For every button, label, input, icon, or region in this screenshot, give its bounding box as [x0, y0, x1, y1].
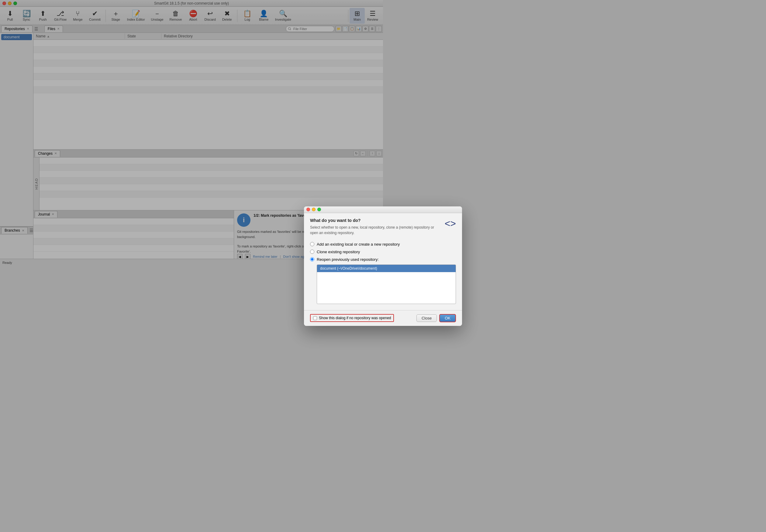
- modal-header: What do you want to do? Select whether t…: [310, 218, 383, 236]
- modal-header-text: What do you want to do? Select whether t…: [310, 218, 383, 236]
- option2-radio-input[interactable]: [310, 250, 314, 254]
- modal-dialog: What do you want to do? Select whether t…: [304, 206, 383, 266]
- modal-title: What do you want to do?: [310, 218, 383, 223]
- modal-subtitle: Select whether to open a new, local repo…: [310, 225, 383, 236]
- option1-label: Add an existing local or create a new re…: [317, 242, 383, 247]
- option3-label: Reopen previously used repository:: [317, 257, 379, 262]
- modal-max-btn[interactable]: [317, 208, 321, 211]
- modal-min-btn[interactable]: [312, 208, 316, 211]
- repo-list: document (~\/OneDrive\/document): [317, 264, 383, 266]
- option2-label: Clone existing repository: [317, 250, 360, 254]
- option3-radio[interactable]: Reopen previously used repository:: [310, 256, 383, 263]
- modal-body: What do you want to do? Select whether t…: [304, 213, 383, 266]
- option1-radio-input[interactable]: [310, 242, 314, 246]
- option2-radio[interactable]: Clone existing repository: [310, 248, 383, 256]
- option3-radio-input[interactable]: [310, 257, 314, 261]
- repo-list-item[interactable]: document (~\/OneDrive\/document): [317, 265, 383, 266]
- modal-titlebar-buttons[interactable]: [306, 208, 321, 211]
- modal-close-btn[interactable]: [306, 208, 310, 211]
- modal-titlebar: [304, 206, 383, 213]
- modal-overlay: What do you want to do? Select whether t…: [0, 0, 383, 266]
- option1-radio[interactable]: Add an existing local or create a new re…: [310, 240, 383, 248]
